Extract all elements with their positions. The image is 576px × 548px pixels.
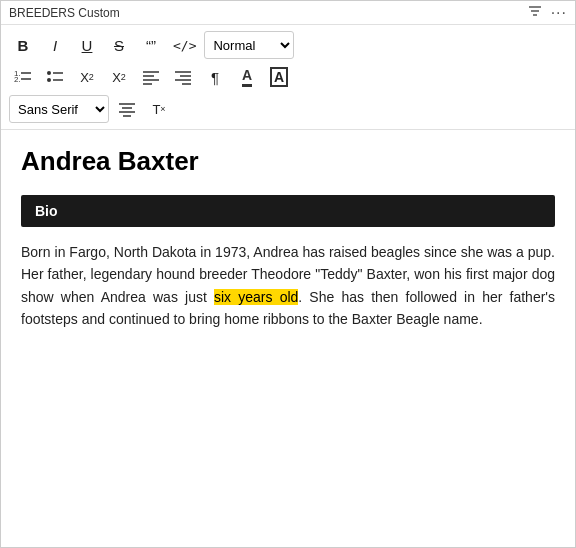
align-left-button[interactable] [137,63,165,91]
italic-button[interactable]: I [41,31,69,59]
code-button[interactable]: </> [169,31,200,59]
editor-body[interactable]: Andrea Baxter Bio Born in Fargo, North D… [1,130,575,547]
align-right-button[interactable] [169,63,197,91]
toolbar-row-2: 1. 2. X2 X2 [9,63,567,91]
document-paragraph: Born in Fargo, North Dakota in 1973, And… [21,241,555,331]
bold-button[interactable]: B [9,31,37,59]
editor-window: BREEDERS Custom ··· B I U S “” </> Norm [0,0,576,548]
text-highlight-button[interactable]: A [265,63,293,91]
underline-button[interactable]: U [73,31,101,59]
title-bar-actions: ··· [527,3,567,22]
title-bar: BREEDERS Custom ··· [1,1,575,25]
svg-point-9 [47,78,51,82]
document-title: Andrea Baxter [21,146,555,177]
window-title: BREEDERS Custom [9,6,120,20]
bio-header: Bio [21,195,555,227]
text-color-button[interactable]: A [233,63,261,91]
filter-icon[interactable] [527,3,543,22]
unordered-list-button[interactable] [41,63,69,91]
strikethrough-button[interactable]: S [105,31,133,59]
svg-text:2.: 2. [14,75,21,84]
superscript-button[interactable]: X2 [105,63,133,91]
clear-format-button[interactable]: T× [145,95,173,123]
format-select[interactable]: Normal Heading 1 Heading 2 Heading 3 Quo… [204,31,294,59]
paragraph-button[interactable]: ¶ [201,63,229,91]
more-options-icon[interactable]: ··· [551,4,567,22]
highlighted-text: six years old [214,289,298,305]
font-select[interactable]: Sans Serif Serif Monospace [9,95,109,123]
ordered-list-button[interactable]: 1. 2. [9,63,37,91]
svg-point-7 [47,71,51,75]
toolbar-row-3: Sans Serif Serif Monospace T× [9,95,567,123]
align-center-button[interactable] [113,95,141,123]
toolbar: B I U S “” </> Normal Heading 1 Heading … [1,25,575,130]
quote-button[interactable]: “” [137,31,165,59]
toolbar-row-1: B I U S “” </> Normal Heading 1 Heading … [9,31,567,59]
subscript-button[interactable]: X2 [73,63,101,91]
